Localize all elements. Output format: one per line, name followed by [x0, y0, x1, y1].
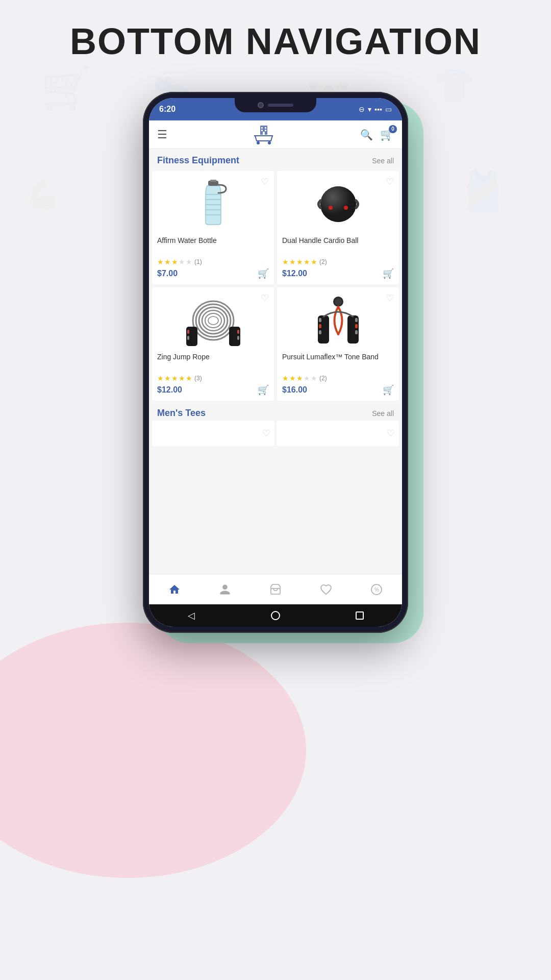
add-to-cart-cardio-ball[interactable]: 🛒: [383, 268, 394, 279]
svg-point-25: [344, 206, 348, 210]
wishlist-btn-tone-band[interactable]: ♡: [386, 292, 394, 304]
nav-cart[interactable]: [261, 581, 290, 598]
stars-cardio-ball: ★ ★ ★ ★ ★: [282, 258, 317, 266]
product-image-cardio-ball: [282, 176, 394, 232]
price-row-tone-band: $16.00 🛒: [282, 384, 394, 396]
cart-nav-icon: [269, 583, 282, 596]
review-count-jump-rope: (3): [194, 375, 202, 382]
app-header: ☰ 🔍: [149, 120, 402, 149]
phone-screen: 6:20 ⊖ ▾ ▪▪▪ ▭ ☰: [149, 98, 402, 627]
svg-rect-43: [319, 330, 321, 334]
svg-rect-17: [206, 204, 221, 205]
star4: ★: [179, 258, 185, 266]
menu-button[interactable]: ☰: [157, 128, 167, 141]
system-navigation: ◁: [149, 604, 402, 627]
svg-rect-21: [210, 180, 216, 182]
svg-rect-8: [265, 127, 266, 129]
heart-nav-icon: [320, 583, 332, 596]
nav-home[interactable]: [160, 581, 189, 598]
star3: ★: [171, 258, 178, 266]
product-image-jump-rope: [157, 292, 269, 349]
product-rating-tone-band: ★ ★ ★ ★ ★ (2): [282, 374, 394, 382]
fitness-section-title: Fitness Equipment: [157, 155, 239, 166]
svg-rect-42: [319, 324, 321, 328]
product-rating-cardio-ball: ★ ★ ★ ★ ★ (2): [282, 258, 394, 266]
star5: ★: [186, 258, 192, 266]
product-card-cardio-ball: ♡: [277, 171, 399, 284]
svg-rect-19: [206, 214, 221, 215]
wifi-icon: ▾: [368, 105, 371, 113]
product-name-jump-rope: Zing Jump Rope: [157, 353, 269, 371]
recents-button[interactable]: [355, 610, 365, 621]
decorative-blob: [0, 623, 306, 878]
svg-rect-41: [319, 318, 321, 322]
product-image-tone-band: [282, 292, 394, 349]
star1: ★: [157, 258, 164, 266]
wishlist-btn-water-bottle[interactable]: ♡: [261, 176, 269, 187]
product-card-water-bottle: ♡: [152, 171, 274, 284]
price-row-water-bottle: $7.00 🛒: [157, 268, 269, 279]
add-to-cart-water-bottle[interactable]: 🛒: [258, 268, 269, 279]
price-row-jump-rope: $12.00 🛒: [157, 384, 269, 396]
product-card-jump-rope: ♡: [152, 287, 274, 401]
home-icon: [168, 583, 181, 596]
svg-rect-46: [355, 324, 358, 328]
jump-rope-svg: [185, 295, 241, 346]
tone-band-svg: [315, 292, 361, 349]
cart-count: 0: [389, 125, 397, 133]
logo-icon: [251, 125, 277, 145]
svg-point-27: [196, 304, 231, 337]
price-row-cardio-ball: $12.00 🛒: [282, 268, 394, 279]
mens-tees-title: Men's Tees: [157, 408, 206, 419]
water-bottle-svg: [198, 179, 229, 230]
svg-text:🛒: 🛒: [41, 64, 92, 112]
svg-rect-37: [237, 336, 239, 340]
svg-rect-7: [261, 127, 263, 129]
home-button[interactable]: [270, 610, 281, 621]
back-button[interactable]: ◁: [186, 610, 196, 621]
page-title: BOTTOM NAVIGATION: [0, 20, 551, 62]
svg-point-23: [320, 186, 356, 222]
status-icons: ⊖ ▾ ▪▪▪ ▭: [359, 105, 392, 113]
app-logo: [167, 125, 360, 145]
product-name-cardio-ball: Dual Handle Cardio Ball: [282, 236, 394, 255]
percent-icon: %: [370, 583, 383, 596]
svg-text:🎽: 🎽: [459, 168, 507, 214]
product-name-water-bottle: Affirm Water Bottle: [157, 236, 269, 255]
fitness-see-all[interactable]: See all: [372, 157, 394, 165]
mens-tees-see-all[interactable]: See all: [372, 409, 394, 418]
svg-text:👕: 👕: [434, 66, 475, 106]
stars-water-bottle: ★ ★ ★ ★ ★: [157, 258, 192, 266]
phone-shell: 6:20 ⊖ ▾ ▪▪▪ ▭ ☰: [143, 92, 408, 633]
add-to-cart-jump-rope[interactable]: 🛒: [258, 384, 269, 396]
svg-rect-33: [187, 330, 189, 334]
product-rating-jump-rope: ★ ★ ★ ★ ★ (3): [157, 374, 269, 382]
wishlist-btn-cardio-ball[interactable]: ♡: [386, 176, 394, 187]
svg-rect-36: [237, 330, 239, 334]
svg-rect-34: [187, 336, 189, 340]
fitness-section-header: Fitness Equipment See all: [149, 149, 402, 170]
speaker: [268, 104, 293, 107]
fitness-product-grid: ♡: [149, 170, 402, 402]
svg-point-13: [268, 141, 271, 144]
phone-mockup: 6:20 ⊖ ▾ ▪▪▪ ▭ ☰: [143, 92, 408, 633]
cart-button[interactable]: 🛒 0: [380, 128, 394, 141]
svg-rect-15: [206, 194, 221, 195]
nav-wishlist[interactable]: [312, 581, 340, 598]
wishlist-btn-jump-rope[interactable]: ♡: [261, 292, 269, 304]
product-name-tone-band: Pursuit Lumaflex™ Tone Band: [282, 353, 394, 371]
add-to-cart-tone-band[interactable]: 🛒: [383, 384, 394, 396]
svg-text:💪: 💪: [26, 178, 61, 211]
camera: [258, 102, 264, 108]
search-button[interactable]: 🔍: [360, 129, 373, 141]
svg-text:%: %: [374, 587, 379, 593]
svg-rect-47: [355, 330, 358, 334]
product-rating-water-bottle: ★ ★ ★ ★ ★ (1): [157, 258, 269, 266]
svg-point-30: [205, 313, 221, 328]
price-cardio-ball: $12.00: [282, 269, 307, 278]
cardio-ball-svg: [313, 181, 364, 227]
nav-deals[interactable]: %: [362, 581, 391, 598]
product-card-tone-band: ♡: [277, 287, 399, 401]
nav-profile[interactable]: [211, 581, 239, 598]
review-count-water-bottle: (1): [194, 258, 202, 265]
